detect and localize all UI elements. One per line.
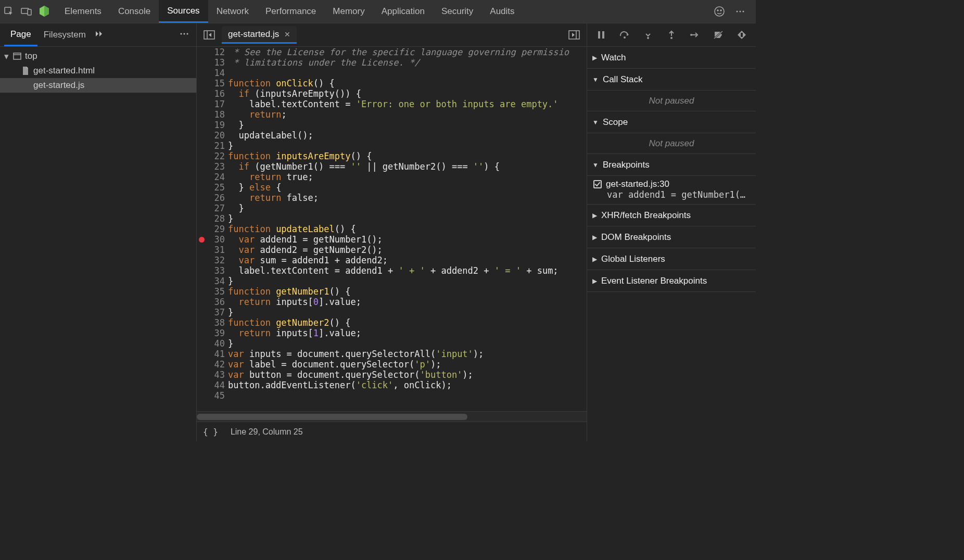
line-number[interactable]: 44 [197, 380, 225, 390]
panel-tab-sources[interactable]: Sources [159, 0, 208, 23]
line-number[interactable]: 16 [197, 88, 225, 99]
breakpoint-checkbox[interactable] [593, 180, 602, 188]
scrollbar-thumb[interactable] [197, 414, 467, 420]
line-number[interactable]: 41 [197, 349, 225, 359]
code-editor[interactable]: 1213141516171819202122232425262728293031… [197, 47, 587, 411]
horizontal-scrollbar[interactable] [197, 411, 587, 422]
line-number[interactable]: 17 [197, 99, 225, 109]
xhr-panel-header[interactable]: ▶XHR/fetch Breakpoints [587, 205, 756, 226]
more-tabs-icon[interactable] [95, 30, 104, 40]
line-number[interactable]: 19 [197, 120, 225, 130]
tree-file-js[interactable]: get-started.js [0, 78, 196, 93]
code-line[interactable]: * See the License for the specific langu… [228, 47, 587, 57]
line-number[interactable]: 15 [197, 78, 225, 88]
line-number[interactable]: 33 [197, 265, 225, 276]
line-number[interactable]: 22 [197, 151, 225, 161]
line-number[interactable]: 31 [197, 245, 225, 255]
line-number[interactable]: 43 [197, 370, 225, 380]
line-number[interactable]: 20 [197, 130, 225, 141]
code-line[interactable]: } [228, 338, 587, 349]
code-line[interactable] [228, 390, 587, 401]
navigator-menu-icon[interactable] [180, 29, 192, 41]
code-line[interactable]: var button = document.querySelector('but… [228, 370, 587, 380]
node-icon[interactable] [35, 0, 53, 23]
code-line[interactable]: } [228, 307, 587, 317]
pause-on-exceptions-icon[interactable] [733, 26, 751, 44]
tree-file-html[interactable]: get-started.html [0, 63, 196, 78]
code-line[interactable]: function inputsAreEmpty() { [228, 151, 587, 161]
code-line[interactable]: var sum = addend1 + addend2; [228, 255, 587, 265]
code-line[interactable]: label.textContent = 'Error: one or both … [228, 99, 587, 109]
line-number[interactable]: 21 [197, 141, 225, 151]
line-number[interactable]: 23 [197, 161, 225, 172]
code-line[interactable]: return inputs[0].value; [228, 297, 587, 307]
code-line[interactable]: } [228, 276, 587, 286]
code-line[interactable]: } [228, 141, 587, 151]
step-icon[interactable] [686, 26, 704, 44]
panel-tab-console[interactable]: Console [110, 0, 159, 23]
line-number[interactable]: 34 [197, 276, 225, 286]
line-number[interactable]: 13 [197, 57, 225, 68]
code-line[interactable]: function onClick() { [228, 78, 587, 88]
panel-tab-security[interactable]: Security [433, 0, 481, 23]
line-number[interactable]: 28 [197, 213, 225, 224]
disclosure-triangle-icon[interactable]: ▾ [4, 51, 11, 62]
line-number[interactable]: 24 [197, 172, 225, 182]
pause-icon[interactable] [592, 26, 610, 44]
show-debugger-icon[interactable] [565, 26, 584, 44]
panel-tab-network[interactable]: Network [208, 0, 257, 23]
code-line[interactable]: function updateLabel() { [228, 224, 587, 234]
line-number[interactable]: 29 [197, 224, 225, 234]
callstack-panel-header[interactable]: ▼Call Stack [587, 69, 756, 91]
page-tab[interactable]: Page [4, 23, 37, 46]
line-number[interactable]: 37 [197, 307, 225, 317]
line-number[interactable]: 12 [197, 47, 225, 57]
step-over-icon[interactable] [616, 26, 633, 44]
tree-top-frame[interactable]: ▾ top [0, 49, 196, 63]
step-out-icon[interactable] [663, 26, 680, 44]
watch-panel-header[interactable]: ▶Watch [587, 47, 756, 69]
close-tab-icon[interactable]: ✕ [284, 30, 290, 39]
deactivate-breakpoints-icon[interactable] [709, 26, 727, 44]
breakpoints-panel-header[interactable]: ▼Breakpoints [587, 154, 756, 176]
code-line[interactable]: return; [228, 109, 587, 120]
code-line[interactable]: return false; [228, 193, 587, 203]
panel-tab-performance[interactable]: Performance [257, 0, 324, 23]
code-line[interactable]: var addend1 = getNumber1(); [228, 234, 587, 245]
code-line[interactable]: function getNumber2() { [228, 317, 587, 328]
global-panel-header[interactable]: ▶Global Listeners [587, 248, 756, 270]
show-navigator-icon[interactable] [200, 26, 219, 44]
panel-tab-application[interactable]: Application [373, 0, 433, 23]
line-number[interactable]: 27 [197, 203, 225, 213]
breakpoint-item[interactable]: get-started.js:30 var addend1 = getNumbe… [587, 176, 756, 205]
line-number[interactable]: 40 [197, 338, 225, 349]
line-number[interactable]: 42 [197, 359, 225, 370]
scope-panel-header[interactable]: ▼Scope [587, 111, 756, 133]
device-toolbar-icon[interactable] [18, 0, 35, 23]
code-line[interactable]: } [228, 213, 587, 224]
code-line[interactable]: return true; [228, 172, 587, 182]
line-number[interactable]: 30 [197, 234, 225, 245]
feedback-icon[interactable] [709, 0, 730, 23]
inspect-element-icon[interactable] [0, 0, 18, 23]
pretty-print-icon[interactable]: { } [203, 427, 218, 437]
line-number[interactable]: 26 [197, 193, 225, 203]
line-number[interactable]: 39 [197, 328, 225, 338]
code-line[interactable]: return inputs[1].value; [228, 328, 587, 338]
line-number[interactable]: 45 [197, 390, 225, 401]
panel-tab-elements[interactable]: Elements [56, 0, 110, 23]
editor-file-tab[interactable]: get-started.js ✕ [222, 26, 297, 44]
code-line[interactable]: var label = document.querySelector('p'); [228, 359, 587, 370]
code-line[interactable]: } else { [228, 182, 587, 193]
line-number[interactable]: 38 [197, 317, 225, 328]
dom-panel-header[interactable]: ▶DOM Breakpoints [587, 226, 756, 248]
code-line[interactable]: label.textContent = addend1 + ' + ' + ad… [228, 265, 587, 276]
code-line[interactable] [228, 68, 587, 78]
code-line[interactable]: updateLabel(); [228, 130, 587, 141]
code-line[interactable]: button.addEventListener('click', onClick… [228, 380, 587, 390]
line-number[interactable]: 32 [197, 255, 225, 265]
event-panel-header[interactable]: ▶Event Listener Breakpoints [587, 270, 756, 292]
code-line[interactable]: } [228, 203, 587, 213]
panel-tab-audits[interactable]: Audits [481, 0, 523, 23]
code-line[interactable]: var inputs = document.querySelectorAll('… [228, 349, 587, 359]
